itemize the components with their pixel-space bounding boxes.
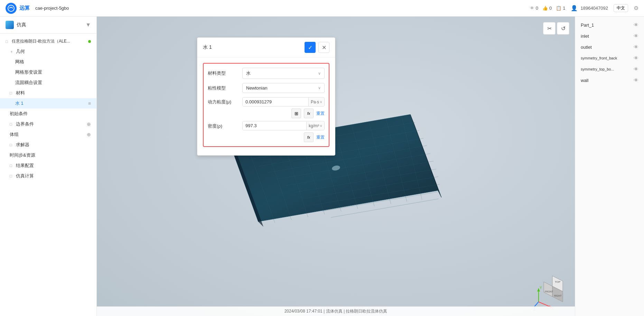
eye-icon: 👁: [530, 6, 534, 11]
header-right: 👁 0 👍 0 📋 1 👤 18964047092 中文 ⚙: [530, 4, 638, 12]
settings-icon[interactable]: ⚙: [634, 5, 638, 11]
orientation-cube-svg: TOP FRONT RIGHT Y Z X: [533, 272, 571, 310]
wall-visibility-icon[interactable]: 👁: [634, 77, 638, 83]
status-bar: 2024/03/08 17:47:01 | 流体仿真 | 拉格朗日欧拉流体仿真: [97, 306, 575, 316]
viscosity-model-select[interactable]: Newtonian ∨: [242, 83, 325, 93]
right-panel-item-inlet: inlet 👁: [581, 32, 638, 40]
density-right: kg/m³ ∨ fx 重置: [242, 121, 325, 142]
solver-label: 求解器: [16, 142, 91, 148]
grid-button[interactable]: ⊞: [291, 109, 301, 118]
right-panel: Part_1 👁 inlet 👁 outlet 👁 symmetry_front…: [575, 17, 644, 316]
add-body-icon[interactable]: ⊕: [87, 132, 91, 137]
initial-cond-label: 初始条件: [10, 111, 91, 117]
svg-text:Y: Y: [540, 286, 542, 290]
eye-stat: 👁 0: [530, 6, 538, 11]
inlet-label: inlet: [581, 34, 589, 39]
thumb-count: 0: [549, 6, 552, 11]
sidebar-collapse-button[interactable]: ▼: [85, 22, 91, 28]
result-config-label: 结果配置: [16, 162, 91, 169]
sidebar-item-body-group[interactable]: 体组 ⊕: [0, 129, 96, 140]
sidebar-item-mesh-deform[interactable]: 网格形变设置: [0, 67, 96, 77]
sim-compute-label: 仿真计算: [16, 173, 91, 179]
user-section: 👤 18964047092: [571, 5, 608, 11]
reset-button-viscosity[interactable]: 重置: [316, 111, 325, 117]
expand-icon: ＋: [10, 49, 14, 54]
sidebar-item-initial-cond[interactable]: 初始条件: [0, 109, 96, 119]
header-stats: 👁 0 👍 0 📋 1: [530, 6, 566, 11]
svg-text:FRONT: FRONT: [545, 290, 553, 293]
sidebar-item-ale[interactable]: □ 任意拉格朗日-欧拉方法（ALE...: [0, 36, 96, 46]
material-type-row: 材料类型 水 ∨: [208, 68, 325, 79]
sidebar-header: 仿真 ▼: [0, 17, 96, 34]
ale-label: 任意拉格朗日-欧拉方法（ALE...: [12, 38, 85, 44]
dynamic-viscosity-input[interactable]: Pa·s ∨: [242, 97, 325, 106]
density-unit-chevron: ∨: [320, 124, 322, 128]
tree-container: □ 任意拉格朗日-欧拉方法（ALE... ＋ 几何 网格 网格形变设置 流固耦合…: [0, 34, 96, 316]
sidebar-item-result-config[interactable]: □ 结果配置: [0, 160, 96, 171]
sidebar-item-geometry[interactable]: ＋ 几何: [0, 46, 96, 57]
part1-label: Part_1: [581, 22, 594, 28]
user-id: 18964047092: [580, 6, 608, 11]
part1-visibility-icon[interactable]: 👁: [634, 22, 638, 28]
sidebar-item-solver[interactable]: □ 求解器: [0, 140, 96, 150]
confirm-button[interactable]: ✓: [305, 42, 316, 53]
logo-section: 远算 cae-project-5gbo: [6, 3, 69, 14]
right-panel-item-sym-top: symmetry_top_bo... 👁: [581, 65, 638, 73]
modal-header: 水 1 ✓ ✕: [197, 38, 335, 57]
outlet-visibility-icon[interactable]: 👁: [634, 44, 638, 50]
add-boundary-icon[interactable]: ⊕: [87, 121, 91, 127]
sym-top-visibility-icon[interactable]: 👁: [634, 66, 638, 72]
fx-button-density[interactable]: fx: [304, 132, 314, 142]
sidebar-item-sim-compute[interactable]: □ 仿真计算: [0, 171, 96, 181]
modal-body: 材料类型 水 ∨ 粘性模型 Newtonian ∨: [197, 57, 335, 155]
right-panel-item-part1: Part_1 👁: [581, 21, 638, 29]
cut-button[interactable]: ✂: [543, 22, 556, 35]
modal-title: 水 1: [203, 44, 212, 50]
svg-point-0: [8, 5, 14, 11]
density-row: 密度(ρ) kg/m³ ∨: [208, 121, 325, 142]
dynamic-viscosity-value[interactable]: [243, 97, 308, 106]
dynamic-viscosity-unit: Pa·s ∨: [308, 98, 324, 106]
geometry-label: 几何: [16, 48, 91, 55]
density-controls: fx 重置: [242, 132, 325, 142]
svg-text:TOP: TOP: [555, 280, 560, 284]
eye-count: 0: [536, 6, 538, 11]
water1-menu-icon: ≡: [88, 101, 91, 106]
density-input[interactable]: kg/m³ ∨: [242, 121, 325, 130]
sidebar: 仿真 ▼ □ 任意拉格朗日-欧拉方法（ALE... ＋ 几何 网格 网格形变设置: [0, 17, 97, 316]
viscosity-model-value: Newtonian: [246, 85, 267, 91]
sidebar-item-timestep[interactable]: 时间步&资源: [0, 150, 96, 160]
density-unit: kg/m³ ∨: [306, 122, 324, 130]
expand-icon: □: [10, 164, 14, 168]
sym-front-visibility-icon[interactable]: 👁: [634, 55, 638, 61]
timestep-label: 时间步&资源: [10, 152, 91, 158]
sidebar-item-fsi[interactable]: 流固耦合设置: [0, 77, 96, 88]
sidebar-item-mesh[interactable]: 网格: [0, 57, 96, 67]
material-type-select[interactable]: 水 ∨: [242, 68, 325, 79]
doc-icon: 📋: [556, 6, 561, 11]
close-button[interactable]: ✕: [318, 42, 329, 53]
sidebar-item-water1[interactable]: 水 1 ≡: [0, 98, 96, 109]
sym-top-label: symmetry_top_bo...: [581, 67, 614, 71]
sidebar-item-boundary[interactable]: □ 边界条件 ⊕: [0, 119, 96, 129]
viscosity-model-label: 粘性模型: [208, 85, 242, 91]
status-text: 2024/03/08 17:47:01 | 流体仿真 | 拉格朗日欧拉流体仿真: [284, 308, 388, 314]
density-value[interactable]: [243, 121, 306, 130]
expand-icon: □: [10, 174, 14, 178]
language-button[interactable]: 中文: [614, 4, 628, 12]
dynamic-viscosity-row: 动力粘度(μ) Pa·s ∨: [208, 97, 325, 106]
modal-action-buttons: ✓ ✕: [305, 42, 329, 53]
reset-button-density[interactable]: 重置: [316, 134, 325, 140]
viscosity-controls: ⊞ fx 重置: [208, 109, 325, 118]
inlet-visibility-icon[interactable]: 👁: [634, 33, 638, 39]
material-type-label: 材料类型: [208, 70, 242, 76]
viscosity-model-row: 粘性模型 Newtonian ∨: [208, 83, 325, 93]
density-input-row: kg/m³ ∨: [242, 121, 325, 130]
fx-button-viscosity[interactable]: fx: [304, 109, 314, 118]
viewport-toolbar: ✂ ↺: [543, 22, 569, 35]
reset-view-button[interactable]: ↺: [557, 22, 569, 35]
material-type-value: 水: [246, 70, 251, 76]
sidebar-item-materials[interactable]: □ 材料: [0, 88, 96, 98]
material-type-chevron: ∨: [318, 71, 321, 76]
body-group-label: 体组: [10, 131, 85, 138]
